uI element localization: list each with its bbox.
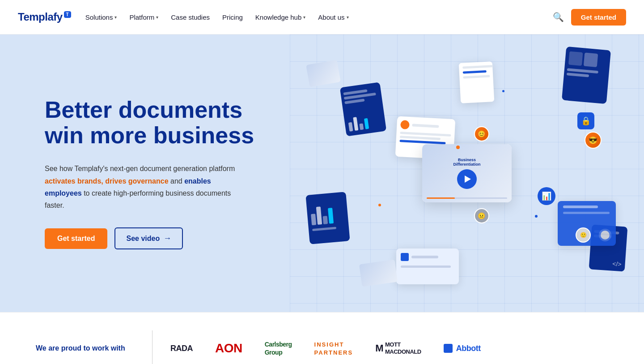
nav-link-case-studies[interactable]: Case studies	[171, 13, 210, 21]
hero-get-started-button[interactable]: Get started	[45, 228, 107, 249]
floating-doc-1	[340, 82, 386, 136]
illustration-scene: </> BusinessDifferentiation	[290, 34, 644, 312]
logo-badge: T	[64, 11, 71, 18]
hero-content: Better documents win more business See h…	[45, 97, 254, 249]
chevron-down-icon: ▾	[114, 15, 117, 20]
hero-illustration: </> BusinessDifferentiation	[290, 34, 644, 312]
chevron-down-icon: ▾	[347, 15, 349, 20]
avatar-2: 😎	[585, 132, 602, 149]
floating-doc-3	[562, 47, 611, 104]
hero-section: Better documents win more business See h…	[0, 34, 644, 312]
floating-doc-5	[396, 248, 459, 284]
hero-buttons: Get started See video →	[45, 227, 254, 249]
logo[interactable]: Templafy T	[18, 11, 71, 23]
nav-link-solutions[interactable]: Solutions ▾	[85, 13, 117, 21]
hero-see-video-button[interactable]: See video →	[114, 227, 183, 249]
arrow-right-icon: →	[163, 234, 171, 243]
hero-video-card[interactable]: BusinessDifferentiation	[422, 144, 512, 202]
logo-text: Templafy	[18, 11, 63, 23]
navbar: Templafy T Solutions ▾ Platform ▾ Case s…	[0, 0, 644, 34]
search-icon: 🔍	[553, 12, 564, 22]
partners-label: We are proud to work with	[36, 343, 134, 353]
dot-decoration-3	[378, 204, 381, 206]
chevron-down-icon: ▾	[303, 15, 305, 20]
nav-get-started-button[interactable]: Get started	[571, 9, 626, 26]
avatar-1: 😊	[474, 126, 489, 141]
lock-icon-badge: 🔒	[577, 112, 594, 129]
partner-insight: INSIGHTPARTNERS	[314, 340, 353, 356]
nav-right: 🔍 Get started	[553, 9, 626, 26]
partner-aon: AON	[215, 341, 242, 355]
mini-doc-bottomleft	[359, 260, 398, 287]
avatar-3: 😐	[474, 208, 489, 223]
nav-left: Templafy T Solutions ▾ Platform ▾ Case s…	[18, 11, 349, 23]
mini-doc-topleft	[306, 60, 341, 87]
partners-section: We are proud to work with RADA AON Carls…	[0, 312, 644, 364]
chevron-down-icon: ▾	[156, 15, 158, 20]
avatar-4: 🙂	[576, 227, 591, 243]
partner-abbott: Abbott	[444, 344, 481, 353]
video-label: BusinessDifferentiation	[449, 158, 484, 167]
hero-title: Better documents win more business	[45, 97, 254, 148]
floating-doc-6	[459, 61, 495, 103]
nav-link-platform[interactable]: Platform ▾	[129, 13, 158, 21]
partners-divider	[152, 330, 153, 364]
play-button[interactable]	[457, 169, 477, 189]
search-button[interactable]: 🔍	[553, 12, 564, 22]
nav-links: Solutions ▾ Platform ▾ Case studies Pric…	[85, 13, 349, 21]
nav-link-knowledge-hub[interactable]: Knowledge hub ▾	[255, 13, 305, 21]
dot-decoration-2	[535, 215, 538, 218]
partner-rada: RADA	[170, 344, 193, 353]
partner-mott-macdonald: M MOTTMACDONALD	[375, 341, 421, 355]
nav-link-about-us[interactable]: About us ▾	[318, 13, 348, 21]
floating-doc-4	[305, 192, 350, 244]
abbott-icon	[444, 344, 453, 353]
hero-description: See how Templafy's next-gen document gen…	[45, 163, 237, 211]
dot-decoration-4	[502, 90, 504, 92]
chart-icon-badge: 📊	[538, 187, 555, 205]
partners-logos: RADA AON CarlsbergGroup INSIGHTPARTNERS …	[170, 340, 608, 356]
partner-carlsberg: CarlsbergGroup	[265, 340, 292, 356]
nav-link-pricing[interactable]: Pricing	[222, 13, 243, 21]
